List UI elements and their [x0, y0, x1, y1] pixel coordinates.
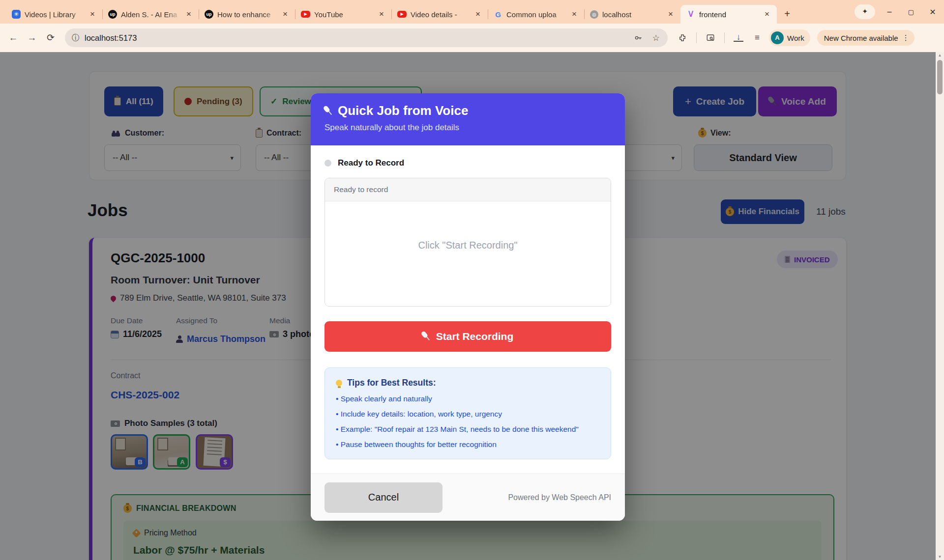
reading-mode-icon[interactable] — [706, 33, 715, 43]
vite-favicon-icon: V — [686, 10, 695, 19]
address-bar[interactable]: ⓘ localhost:5173 ☆ — [65, 28, 668, 47]
tab-close-icon[interactable]: × — [666, 9, 676, 19]
youtube-favicon-icon: ▶ — [397, 11, 407, 18]
modal-title: Quick Job from Voice — [338, 103, 468, 118]
upwork-favicon-icon: up — [205, 10, 213, 19]
tip-item: Speak clearly and naturally — [336, 394, 600, 403]
modal-header: Quick Job from Voice Speak naturally abo… — [311, 93, 625, 145]
password-key-icon[interactable] — [633, 33, 643, 43]
transcript-status-bar: Ready to record — [325, 178, 611, 201]
library-favicon-icon: ✳ — [12, 10, 21, 19]
tab-close-icon[interactable]: × — [473, 9, 483, 19]
browser-toolbar: ← → ⟳ ⓘ localhost:5173 ☆ ↓ ≡ — [0, 24, 944, 52]
tab-common-upload[interactable]: G Common uploa × — [488, 5, 584, 24]
tab-close-icon[interactable]: × — [280, 9, 290, 19]
modal-body: Ready to Record Ready to record Click "S… — [311, 145, 625, 459]
globe-favicon-icon: ◍ — [590, 10, 598, 19]
tips-title: Tips for Best Results: — [336, 378, 600, 388]
voice-job-modal: Quick Job from Voice Speak naturally abo… — [311, 93, 625, 521]
vertical-scrollbar[interactable]: ▲ ▼ — [936, 52, 944, 560]
lightbulb-icon — [336, 380, 342, 386]
page-content: All (11) Pending (3) ✓ Review ( + Create… — [0, 52, 944, 560]
bookmark-star-icon[interactable]: ☆ — [651, 33, 661, 43]
chrome-update-pill[interactable]: New Chrome available ⋮ — [817, 30, 914, 46]
toolbar-divider — [724, 32, 725, 43]
tips-box: Tips for Best Results: Speak clearly and… — [324, 367, 611, 459]
tab-close-icon[interactable]: × — [184, 9, 194, 19]
start-recording-label: Start Recording — [436, 331, 514, 342]
tab-close-icon[interactable]: × — [377, 9, 386, 19]
back-button[interactable]: ← — [5, 29, 22, 46]
cancel-button[interactable]: Cancel — [324, 482, 442, 513]
tab-close-icon[interactable]: × — [569, 9, 579, 19]
modal-footer: Cancel Powered by Web Speech API — [311, 474, 625, 521]
extensions-icon[interactable] — [678, 33, 687, 43]
site-info-icon[interactable]: ⓘ — [72, 33, 80, 43]
tab-search-icon[interactable]: ✦ — [855, 4, 875, 19]
toolbar-icons: ↓ ≡ — [678, 32, 762, 43]
update-label: New Chrome available — [824, 34, 898, 42]
tab-localhost[interactable]: ◍ localhost × — [584, 5, 680, 24]
browser-window: ✳ Videos | Library × up Alden S. - AI En… — [0, 0, 944, 560]
google-favicon-icon: G — [494, 10, 502, 19]
reload-button[interactable]: ⟳ — [42, 29, 59, 46]
minimize-button[interactable]: – — [882, 7, 897, 16]
powered-by-label: Powered by Web Speech API — [508, 493, 611, 502]
scroll-down-icon[interactable]: ▼ — [936, 555, 944, 559]
transcript-placeholder: Click "Start Recording" — [325, 240, 611, 251]
tab-label: How to enhance — [217, 10, 276, 19]
modal-subtitle: Speak naturally about the job details — [324, 123, 611, 133]
forward-button[interactable]: → — [24, 29, 40, 46]
tip-item: Include key details: location, work type… — [336, 410, 600, 419]
recording-status-label: Ready to Record — [338, 158, 404, 168]
start-recording-button[interactable]: Start Recording — [324, 321, 611, 352]
tab-label: Alden S. - AI Ena — [121, 10, 180, 19]
tip-item: Pause between thoughts for better recogn… — [336, 440, 600, 449]
tab-strip: ✳ Videos | Library × up Alden S. - AI En… — [0, 0, 944, 24]
profile-name: Work — [787, 34, 804, 42]
microphone-icon — [322, 104, 335, 117]
toolbar-divider — [696, 32, 697, 43]
tab-videos-library[interactable]: ✳ Videos | Library × — [6, 5, 102, 24]
downloads-icon[interactable]: ↓ — [734, 34, 743, 42]
tab-label: Videos | Library — [25, 10, 84, 19]
tab-alden[interactable]: up Alden S. - AI Ena × — [102, 5, 199, 24]
window-controls: ✦ – ▢ ✕ — [855, 0, 940, 24]
scroll-up-icon[interactable]: ▲ — [936, 53, 944, 57]
tab-label: Video details - — [411, 10, 469, 19]
tab-label: localhost — [602, 10, 662, 19]
tab-how-to-enhance[interactable]: up How to enhance × — [199, 5, 295, 24]
youtube-favicon-icon: ▶ — [301, 11, 310, 18]
tab-video-details[interactable]: ▶ Video details - × — [391, 5, 488, 24]
tab-label: Common uploa — [506, 10, 565, 19]
tip-item: Example: "Roof repair at 123 Main St, ne… — [336, 425, 600, 434]
scrollbar-thumb[interactable] — [937, 60, 943, 94]
tab-frontend-active[interactable]: V frontend × — [680, 5, 777, 24]
url-text[interactable]: localhost:5173 — [85, 33, 628, 43]
tab-close-icon[interactable]: × — [88, 9, 97, 19]
tab-label: frontend — [699, 10, 758, 19]
tab-youtube[interactable]: ▶ YouTube × — [295, 5, 391, 24]
status-dot-icon — [324, 160, 331, 167]
profile-chip[interactable]: A Work — [769, 29, 810, 46]
transcript-area: Click "Start Recording" — [325, 201, 611, 307]
upwork-favicon-icon: up — [108, 10, 117, 19]
new-tab-button[interactable]: + — [780, 7, 795, 22]
profile-avatar[interactable]: A — [771, 31, 784, 44]
tab-close-icon[interactable]: × — [762, 9, 772, 19]
close-window-button[interactable]: ✕ — [925, 7, 940, 17]
media-list-icon[interactable]: ≡ — [752, 33, 762, 43]
browser-menu-icon[interactable]: ⋮ — [902, 33, 910, 42]
microphone-icon — [419, 330, 433, 343]
recording-status: Ready to Record — [324, 158, 611, 168]
tab-label: YouTube — [314, 10, 373, 19]
transcript-box: Ready to record Click "Start Recording" — [324, 178, 611, 307]
maximize-button[interactable]: ▢ — [904, 8, 918, 16]
